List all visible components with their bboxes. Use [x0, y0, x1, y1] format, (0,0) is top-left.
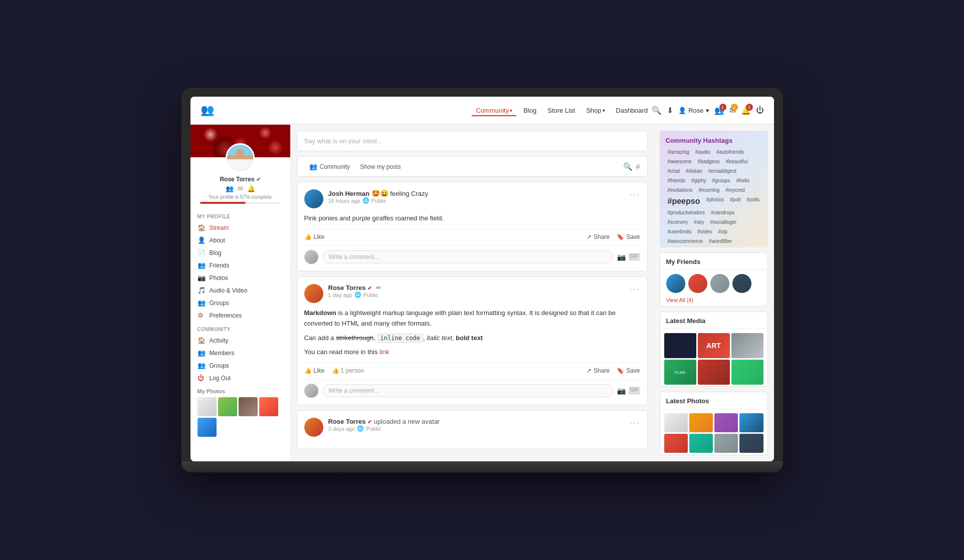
sidebar-item-audio-video[interactable]: 🎵 Audio & Video [190, 284, 290, 297]
community-tab[interactable]: 👥 Community [304, 161, 355, 172]
media-thumb-1[interactable] [664, 333, 696, 358]
hashtag-productvendors[interactable]: #productvendors [666, 209, 707, 216]
sidebar-item-members[interactable]: 👥 Members [190, 347, 290, 359]
photo-thumb-4[interactable] [259, 397, 278, 416]
post-input-box[interactable]: Say what is on your mind... [297, 131, 648, 151]
view-all-friends[interactable]: View All (4) [660, 297, 767, 307]
sidebar-item-about[interactable]: 👤 About [190, 234, 290, 246]
panel-photo-5[interactable] [664, 434, 688, 453]
hashtag-wordfilter[interactable]: #wordfilter [707, 237, 734, 245]
hashtag-invitations[interactable]: #invitations [666, 186, 695, 194]
hashtag-tab-icon[interactable]: # [636, 162, 640, 171]
messages-button[interactable]: ✉ 1 [729, 106, 736, 115]
panel-photo-4[interactable] [739, 413, 763, 432]
panel-photo-1[interactable] [664, 413, 688, 432]
user-menu[interactable]: 👤 Rose ▾ [678, 107, 709, 114]
nav-shop[interactable]: Shop ▾ [582, 105, 609, 116]
save-button-josh[interactable]: 🔖 Save [617, 233, 640, 240]
sidebar-item-community-groups[interactable]: 👥 Groups [190, 359, 290, 372]
nav-blog[interactable]: Blog [519, 105, 540, 116]
hashtag-amazing[interactable]: #amazing [666, 148, 691, 156]
hashtag-audio[interactable]: #audio [693, 148, 712, 156]
hashtag-morning[interactable]: #morning [697, 186, 722, 194]
hashtag-video[interactable]: #video [695, 228, 714, 235]
hashtag-badgeos[interactable]: #badgeos [696, 158, 722, 165]
hashtag-sky[interactable]: #sky [692, 218, 706, 226]
panel-photo-7[interactable] [714, 434, 738, 453]
sidebar-item-friends[interactable]: 👥 Friends [190, 259, 290, 271]
hashtag-userlimits[interactable]: #userlimits [666, 228, 694, 235]
panel-photo-2[interactable] [689, 413, 713, 432]
search-tab-icon[interactable]: 🔍 [623, 162, 633, 171]
my-posts-tab[interactable]: Show my posts [355, 161, 406, 172]
hashtag-awesome[interactable]: #awesome [666, 158, 694, 165]
sidebar-item-blog[interactable]: 📄 Blog [190, 246, 290, 259]
gif-icon-2[interactable]: GIF [629, 387, 640, 395]
hashtag-emaildigest[interactable]: #emaildigest [706, 167, 738, 175]
friend-avatar-1[interactable] [666, 274, 685, 293]
hashtag-hello[interactable]: #hello [734, 177, 752, 184]
hashtag-raindrops[interactable]: #raindrops [709, 209, 736, 216]
hashtag-chat[interactable]: #chat [666, 167, 682, 175]
download-button[interactable]: ⬇ [667, 106, 673, 115]
sidebar-item-preferences[interactable]: ⚙ Preferences [190, 309, 290, 322]
photo-thumb-5[interactable] [198, 418, 217, 437]
post-more-josh[interactable]: ··· [629, 189, 640, 200]
hashtag-sociallogin[interactable]: #sociallogin [708, 218, 738, 226]
profile-bell-icon[interactable]: 🔔 [247, 185, 255, 192]
media-thumb-4[interactable]: PLAN [664, 360, 696, 385]
hashtag-polls[interactable]: #polls [744, 196, 761, 207]
hashtag-giphy[interactable]: #giphy [689, 177, 708, 184]
profile-friends-icon[interactable]: 👥 [226, 185, 234, 192]
hashtag-vip[interactable]: #vip [716, 228, 729, 235]
camera-icon-2[interactable]: 📷 [617, 387, 626, 395]
panel-photo-3[interactable] [714, 413, 738, 432]
hashtag-groups[interactable]: #groups [710, 177, 732, 184]
friend-avatar-4[interactable] [732, 274, 751, 293]
media-thumb-2[interactable]: ART [698, 333, 730, 358]
nav-dashboard[interactable]: Dashboard [612, 105, 652, 116]
camera-icon[interactable]: 📷 [617, 253, 626, 261]
notifications-button[interactable]: 🔔 2 [741, 106, 751, 115]
add-friends-button[interactable]: 👥 1 [714, 106, 724, 115]
hashtag-beautiful[interactable]: #beautiful [724, 158, 749, 165]
logo[interactable]: 👥 [201, 104, 214, 117]
share-button-josh[interactable]: ↗ Share [587, 233, 610, 240]
hashtag-woocommerce[interactable]: #woocommerce [666, 237, 705, 245]
friend-avatar-2[interactable] [688, 274, 707, 293]
hashtag-photos[interactable]: #photos [704, 196, 726, 207]
sidebar-item-logout[interactable]: ⏻ Log Out [190, 372, 290, 384]
post-more-rose-md[interactable]: ··· [629, 284, 640, 295]
comment-input-josh[interactable]: Write a comment... [322, 250, 613, 263]
profile-message-icon[interactable]: ✉ [238, 185, 243, 192]
post-more-rose-upload[interactable]: ··· [629, 418, 640, 428]
sidebar-item-groups[interactable]: 👥 Groups [190, 297, 290, 309]
sidebar-item-stream[interactable]: 🏠 Stream [190, 221, 290, 234]
save-button-rose-md[interactable]: 🔖 Save [617, 367, 640, 374]
hashtag-poll[interactable]: #poll [728, 196, 742, 207]
photo-thumb-2[interactable] [218, 397, 237, 416]
sidebar-item-activity[interactable]: 🏠 Activity [190, 334, 290, 347]
media-thumb-5[interactable] [698, 360, 730, 385]
comment-input-rose-md[interactable]: Write a comment... [322, 384, 613, 397]
power-button[interactable]: ⏻ [756, 106, 764, 115]
media-thumb-6[interactable] [731, 360, 763, 385]
like-button-rose-md[interactable]: 👍 Like [304, 367, 325, 374]
hashtag-mycred[interactable]: #mycred [723, 186, 746, 194]
friend-avatar-3[interactable] [710, 274, 729, 293]
panel-photo-6[interactable] [689, 434, 713, 453]
hashtag-friends[interactable]: #friends [666, 177, 688, 184]
share-button-rose-md[interactable]: ↗ Share [587, 367, 610, 374]
like-button-josh[interactable]: 👍 Like [304, 233, 325, 240]
hashtag-dokan[interactable]: #dokan [684, 167, 704, 175]
photo-thumb-3[interactable] [239, 397, 258, 416]
sidebar-item-photos[interactable]: 📷 Photos [190, 271, 290, 284]
nav-store-list[interactable]: Store List [543, 105, 579, 116]
panel-photo-8[interactable] [739, 434, 763, 453]
search-button[interactable]: 🔍 [652, 106, 662, 115]
hashtag-autofriends[interactable]: #autofriends [714, 148, 746, 156]
gif-icon[interactable]: GIF [629, 253, 640, 261]
photo-thumb-1[interactable] [198, 397, 217, 416]
nav-community[interactable]: Community ▾ [472, 105, 516, 116]
post-link[interactable]: link [379, 348, 390, 356]
